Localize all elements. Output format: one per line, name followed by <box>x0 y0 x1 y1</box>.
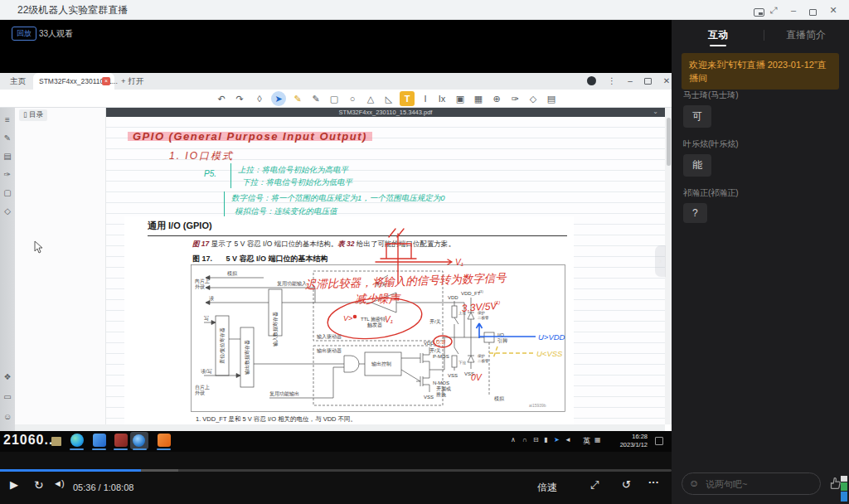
pip-button[interactable] <box>745 2 763 17</box>
label-io-pin: I/O <box>497 332 504 337</box>
text-cursor-icon[interactable]: I <box>418 91 433 106</box>
app-maximize-button[interactable] <box>640 75 657 88</box>
orange-app-icon[interactable] <box>158 434 171 447</box>
sidebar-collapse-handle[interactable]: › <box>655 245 666 277</box>
page-icon[interactable]: ▢ <box>2 187 13 199</box>
horizontal-scrollbar[interactable] <box>15 424 665 431</box>
emoji-icon[interactable]: ☺ <box>689 477 699 489</box>
video-player[interactable]: 回放 33人观看 主页 STM32F4xx_230110_1... × + 打开… <box>0 20 672 504</box>
progress-bar[interactable] <box>0 469 672 472</box>
figure-title: 5 V 容忍 I/O 端口位的基本结构 <box>226 254 328 263</box>
tag-icon[interactable]: ◇ <box>2 206 13 217</box>
wipe-icon[interactable]: ◇ <box>526 91 541 106</box>
chat-input-box[interactable]: ☺ <box>682 472 821 495</box>
brush-icon[interactable]: ✑ <box>2 169 13 181</box>
red-app-icon[interactable] <box>114 434 128 447</box>
reading-mode-icon[interactable]: ▤ <box>544 91 559 106</box>
text-style-icon[interactable]: Ix <box>434 91 449 106</box>
tray-caret-icon[interactable]: ∧ <box>511 436 516 443</box>
figure-ref[interactable]: 图 17 <box>192 240 209 248</box>
eraser-icon[interactable]: ◊ <box>252 91 267 106</box>
pdf-tab-document[interactable]: STM32F4xx_230110_1... × <box>33 73 114 90</box>
pdf-tab-open[interactable]: + 打开 <box>121 76 143 87</box>
scrollbar-thumb[interactable] <box>667 118 671 166</box>
handwritten-subtitle: 1. IO口模式 <box>169 149 234 163</box>
minimize-button[interactable]: – <box>784 2 803 17</box>
tab-live-intro[interactable]: 直播简介 <box>786 28 826 42</box>
tray-usb-icon[interactable]: ⊟ <box>533 436 539 443</box>
play-button[interactable]: ▶ <box>10 478 18 491</box>
tray-headset-icon[interactable]: ∩ <box>522 436 527 443</box>
window-titlebar: 22级机器人实验室群直播 ⤢ – ✕ <box>0 0 849 20</box>
tray-pointer-icon[interactable]: ➤ <box>554 436 560 443</box>
theme-icon[interactable] <box>587 76 596 85</box>
textbox-icon[interactable]: ▣ <box>453 91 468 106</box>
vertical-scrollbar[interactable] <box>665 108 672 424</box>
tray-battery-icon[interactable]: ▮ <box>544 436 547 443</box>
label-vss: VSS <box>424 395 434 400</box>
circle-tool-icon[interactable]: ○ <box>345 91 360 106</box>
select-cursor-icon[interactable]: ➤ <box>271 91 286 106</box>
lasso-tool-icon[interactable]: ◺ <box>381 91 396 106</box>
tab-interaction[interactable]: 互动 <box>708 28 728 42</box>
tab-close-icon[interactable]: × <box>102 77 110 85</box>
files-app-icon[interactable] <box>93 434 106 447</box>
chat-message: 祁瀚正(祁瀚正) ? <box>683 187 841 223</box>
undo-icon[interactable]: ↶ <box>214 91 229 106</box>
toc-header[interactable]: ▯ 目录 <box>19 109 47 121</box>
signature-icon[interactable]: ✑ <box>507 91 522 106</box>
edge-icon[interactable] <box>70 434 84 447</box>
annotate-icon[interactable]: ✎ <box>2 133 13 144</box>
tray-language[interactable]: 英 <box>583 436 590 447</box>
corner-widget-segment <box>841 492 847 502</box>
pdf-tab-home[interactable]: 主页 <box>10 76 26 87</box>
outline-icon[interactable]: ▤ <box>2 151 13 162</box>
hand-tool-icon[interactable]: ❖ <box>2 371 13 383</box>
active-app-slot[interactable] <box>130 432 148 449</box>
label-output-register: 输出数据寄存器 <box>244 340 250 375</box>
label-write: 写 <box>204 316 209 321</box>
more-options-button[interactable]: ··· <box>648 476 659 488</box>
paragraph-text: 显示了 5 V 容忍 I/O 端口位的基本结构。 <box>209 240 337 248</box>
redo-icon[interactable]: ↷ <box>232 91 247 106</box>
tray-ime-icon[interactable]: ▦ <box>594 436 601 443</box>
feedback-icon[interactable]: ☺ <box>2 411 13 423</box>
taskbar-search-text[interactable]: 21060... <box>3 433 58 448</box>
toc-title: 目录 <box>29 110 43 119</box>
speed-button[interactable]: 倍速 <box>537 481 557 495</box>
image-icon[interactable]: ▦ <box>471 91 486 106</box>
text-tool-icon[interactable]: T <box>400 91 415 106</box>
reload-button[interactable]: ↻ <box>34 478 44 492</box>
taskbar-time: 16:28 <box>611 433 648 441</box>
tablet-icon[interactable]: ▭ <box>2 391 13 403</box>
maximize-button[interactable] <box>804 2 822 17</box>
app-minimize-button[interactable]: – <box>622 75 638 88</box>
taskbar-doc-icon[interactable] <box>51 437 61 446</box>
close-button[interactable]: ✕ <box>824 2 842 17</box>
web-icon[interactable]: ⊕ <box>489 91 504 106</box>
notification-center-icon[interactable] <box>655 437 663 445</box>
taskbar-clock[interactable]: 16:28 2023/1/12 <box>611 433 648 449</box>
rectangle-tool-icon[interactable]: ▢ <box>327 91 342 106</box>
tray-volume-icon[interactable]: ◄ <box>565 436 571 443</box>
pen-icon[interactable]: ✎ <box>290 91 305 106</box>
highlighter-icon[interactable]: ✎ <box>308 91 323 106</box>
document-page: GPIO (General Purpose Input Output) 1. I… <box>106 117 665 424</box>
note-line: 下拉：将电信号初始化为低电平 <box>242 176 352 188</box>
chat-input[interactable] <box>704 476 813 492</box>
app-menu-button[interactable]: ⋮ <box>604 75 620 88</box>
triangle-tool-icon[interactable]: △ <box>363 91 378 106</box>
taskbar-indicator <box>70 448 84 450</box>
fullscreen-button[interactable]: ⤢ <box>764 2 783 17</box>
label-af-output: 复用功能输出 <box>269 391 299 397</box>
volume-button[interactable]: ◄) <box>53 478 64 488</box>
strip-chevron-icon[interactable]: ⌄ <box>653 107 658 116</box>
table-ref[interactable]: 表 32 <box>337 240 354 248</box>
replay-badge: 回放 <box>12 27 36 41</box>
tab-divider <box>764 30 764 41</box>
rotate-screen-button[interactable]: ↻ <box>622 478 631 491</box>
thumbnails-icon[interactable]: ≡ <box>2 114 13 126</box>
fullscreen-player-button[interactable]: ⤢ <box>590 478 599 492</box>
app-close-button[interactable]: ✕ <box>658 75 672 88</box>
label-vdd: VDD <box>448 295 458 300</box>
